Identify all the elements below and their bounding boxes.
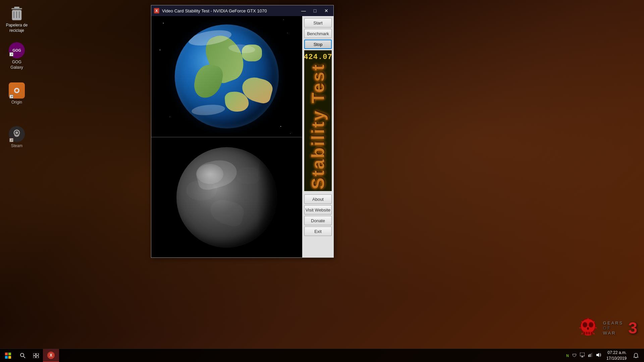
start-button[interactable]	[0, 349, 16, 362]
windows-logo-icon	[5, 353, 11, 359]
about-button[interactable]: About	[304, 194, 332, 204]
window-title-text: Video Card Stability Test - NVIDIA GeFor…	[162, 8, 297, 13]
visit-website-button[interactable]: Visit Website	[304, 205, 332, 215]
security-tray-icon[interactable]: 🛡	[571, 353, 578, 358]
display-tray-icon[interactable]	[579, 353, 586, 358]
earth-color-globe: ✦	[175, 24, 279, 128]
svg-rect-21	[5, 353, 8, 355]
nvidia-tray-icon[interactable]: N	[565, 354, 570, 358]
fps-score: 424.07	[304, 50, 332, 61]
svg-rect-22	[8, 353, 11, 355]
task-view-button[interactable]	[30, 349, 43, 362]
stability-text: Stability Test	[309, 63, 327, 189]
svg-rect-28	[36, 353, 39, 355]
earth-bump-view	[151, 137, 302, 257]
svg-rect-37	[592, 353, 593, 357]
start-button[interactable]: Start	[304, 18, 332, 27]
svg-rect-34	[588, 355, 589, 357]
controls-panel: Start Benchmark Stop 424.07 Stability Te…	[302, 16, 334, 257]
benchmark-button[interactable]: Benchmark	[304, 29, 332, 38]
taskbar-vcst-app-button[interactable]: X	[43, 349, 59, 362]
system-clock[interactable]: 07:22 a.m. 17/10/2019	[604, 350, 629, 361]
bottom-buttons: About Visit Website Donate Exit	[304, 192, 332, 236]
window-content: ✦ Star	[151, 16, 333, 257]
svg-rect-35	[590, 354, 590, 357]
svg-rect-30	[36, 356, 39, 358]
visualization-panel: ✦	[151, 16, 302, 257]
donate-button[interactable]: Donate	[304, 216, 332, 225]
svg-rect-29	[33, 356, 36, 358]
maximize-button[interactable]: □	[311, 7, 319, 14]
earth-color-view: ✦	[151, 16, 302, 137]
volume-tray-icon[interactable]	[595, 353, 602, 358]
clock-time: 07:22 a.m.	[606, 350, 627, 356]
notification-icon	[634, 353, 638, 358]
stop-button[interactable]: Stop	[304, 40, 332, 49]
clock-date: 17/10/2019	[606, 356, 627, 361]
svg-marker-38	[596, 353, 599, 357]
taskbar: X N 🛡	[0, 349, 644, 362]
network-tray-icon[interactable]	[587, 353, 594, 358]
earth-bump-globe	[176, 147, 277, 248]
score-display: 424.07 Stability Test	[304, 50, 332, 191]
svg-point-25	[20, 353, 24, 357]
search-icon	[20, 353, 25, 358]
svg-rect-27	[33, 353, 36, 355]
window-titlebar[interactable]: X Video Card Stability Test - NVIDIA GeF…	[151, 5, 333, 16]
task-view-icon	[33, 353, 39, 358]
taskbar-search-button[interactable]	[16, 349, 30, 362]
stability-text-container: Stability Test	[304, 61, 332, 191]
close-button[interactable]: ✕	[322, 7, 331, 14]
app-window: X Video Card Stability Test - NVIDIA GeF…	[151, 5, 334, 258]
taskbar-right: N 🛡	[565, 349, 644, 362]
network-icon	[588, 353, 593, 357]
minimize-button[interactable]: —	[299, 7, 308, 14]
notification-button[interactable]	[631, 349, 641, 362]
exit-button[interactable]: Exit	[304, 227, 332, 236]
svg-rect-31	[580, 353, 585, 356]
svg-rect-36	[591, 353, 592, 357]
monitor-icon	[580, 353, 585, 357]
svg-rect-24	[8, 356, 11, 359]
taskbar-app-icon-x: X	[47, 352, 55, 359]
volume-icon	[596, 353, 601, 357]
svg-rect-23	[5, 356, 8, 359]
window-title-icon: X	[154, 8, 159, 13]
svg-line-26	[23, 356, 25, 358]
